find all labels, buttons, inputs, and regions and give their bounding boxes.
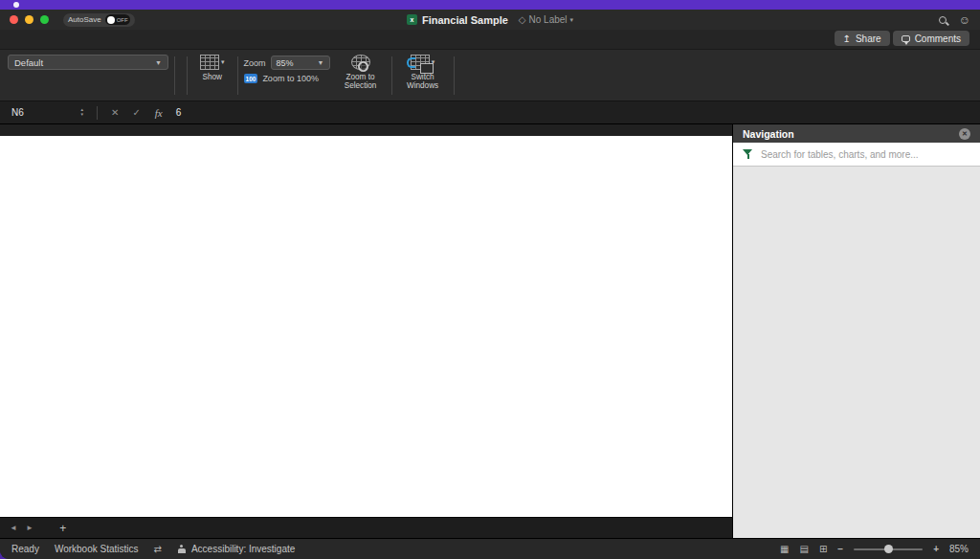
accessibility-person-icon <box>177 545 187 554</box>
autosave-toggle[interactable]: AutoSave OFF <box>63 13 135 27</box>
enter-icon[interactable]: ✓ <box>132 107 140 118</box>
zoom-out-button[interactable]: − <box>837 544 843 554</box>
close-window-button[interactable] <box>10 15 18 24</box>
name-box-stepper[interactable]: ▲▼ <box>80 108 84 117</box>
navigation-search[interactable] <box>733 143 980 167</box>
autosave-switch: OFF <box>105 14 130 25</box>
zoom-combo[interactable]: 85% ▼ <box>271 56 330 70</box>
table-rows <box>0 145 732 517</box>
zoom-to-selection-button[interactable]: Zoom to Selection <box>336 53 386 99</box>
zoom-selection-label: Zoom to Selection <box>339 73 383 90</box>
share-icon: ↥ <box>843 34 851 44</box>
insert-function-icon[interactable]: fx <box>155 107 163 119</box>
prev-sheet-icon[interactable]: ◄ <box>10 524 17 532</box>
share-button[interactable]: ↥ Share <box>835 31 890 46</box>
navigation-tree <box>733 167 980 538</box>
normal-view-icon[interactable]: ▦ <box>780 544 789 554</box>
zoom-group: Zoom 85% ▼ 100 Zoom to 100% <box>244 53 330 99</box>
add-sheet-button[interactable]: + <box>43 518 83 538</box>
minimize-window-button[interactable] <box>25 15 33 24</box>
zoom-label: Zoom <box>244 58 266 68</box>
status-bar: Ready Workbook Statistics ⇄ Accessibilit… <box>0 538 980 559</box>
name-box[interactable]: N6 ▲▼ <box>6 107 90 118</box>
tag-icon: ◇ <box>519 14 526 25</box>
share-label: Share <box>856 34 881 44</box>
workbook-statistics-button[interactable]: Workbook Statistics <box>55 544 139 554</box>
accessibility-status[interactable]: Accessibility: Investigate <box>177 544 295 554</box>
show-label: Show <box>203 73 222 81</box>
zoom-percent[interactable]: 85% <box>949 544 969 554</box>
apple-icon[interactable] <box>13 2 19 8</box>
navigation-title: Navigation <box>743 128 794 140</box>
sheet-view-value: Default <box>14 57 43 68</box>
autosave-state: OFF <box>117 17 128 23</box>
excel-doc-icon: x <box>407 14 417 25</box>
switch-windows-button[interactable]: ▾ Switch Windows <box>398 53 448 99</box>
sensitivity-label-text: No Label <box>529 14 568 25</box>
ribbon-view-tab-content: Default ▼ ▾ Show Zoom 85% ▼ 100 Zoom to … <box>0 50 980 101</box>
zoom-window-button[interactable] <box>40 15 49 24</box>
search-icon[interactable] <box>939 16 947 24</box>
page-break-view-icon[interactable]: ⊞ <box>819 544 827 554</box>
zoom-slider[interactable] <box>854 548 923 550</box>
navigation-pane: Navigation ✕ <box>732 124 980 538</box>
switch-windows-icon <box>411 55 430 70</box>
accessibility-label: Accessibility: Investigate <box>191 544 295 554</box>
toggle-knob <box>107 16 115 24</box>
sheet-direction-icon[interactable]: ⇄ <box>154 544 162 554</box>
show-button[interactable]: ▾ Show <box>193 53 232 99</box>
next-sheet-icon[interactable]: ► <box>26 524 33 532</box>
sheet-view-combo[interactable]: Default ▼ <box>8 55 168 70</box>
column-headers <box>0 124 732 136</box>
switch-windows-label: Switch Windows <box>401 73 445 90</box>
formula-input[interactable]: 6 <box>176 107 182 118</box>
excel-window: AutoSave OFF x Financial Sample ◇ No Lab… <box>0 0 980 559</box>
status-ready: Ready <box>11 544 39 554</box>
autosave-label: AutoSave <box>68 15 101 24</box>
macos-menu-bar <box>0 0 980 10</box>
cancel-icon[interactable]: ✕ <box>111 107 119 118</box>
document-title-group: x Financial Sample ◇ No Label ▾ <box>0 14 980 26</box>
chevron-down-icon: ▼ <box>318 59 324 66</box>
ribbon-tab-bar: ↥ Share Comments <box>0 30 980 50</box>
sensitivity-label[interactable]: ◇ No Label ▾ <box>519 14 573 25</box>
zoom-100-label: Zoom to 100% <box>262 74 319 83</box>
comment-icon <box>902 35 910 42</box>
page-layout-view-icon[interactable]: ▤ <box>799 544 808 554</box>
title-bar: AutoSave OFF x Financial Sample ◇ No Lab… <box>0 10 980 30</box>
spreadsheet-grid <box>0 124 732 517</box>
document-title: Financial Sample <box>422 14 508 26</box>
zoom-in-button[interactable]: + <box>933 544 939 554</box>
comments-button[interactable]: Comments <box>893 31 969 46</box>
sheet-view-group: Default ▼ <box>8 53 168 99</box>
feedback-smiley-icon[interactable]: ☺ <box>959 14 970 26</box>
zoom-selection-icon <box>351 55 370 70</box>
sheet-tab-bar: ◄ ► + <box>0 517 732 538</box>
formula-bar: N6 ▲▼ ✕ ✓ fx 6 <box>0 101 980 124</box>
table-header-row <box>0 136 732 145</box>
zoom-value: 85% <box>277 58 294 68</box>
chevron-down-icon: ▾ <box>570 16 574 24</box>
zoom-100-icon: 100 <box>244 74 258 83</box>
close-icon[interactable]: ✕ <box>959 128 970 140</box>
cell-reference: N6 <box>11 107 24 118</box>
comments-label: Comments <box>915 34 961 44</box>
navigation-search-input[interactable] <box>761 149 970 160</box>
show-icon <box>200 55 219 70</box>
zoom-to-100-button[interactable]: 100 Zoom to 100% <box>244 74 330 83</box>
funnel-icon <box>743 148 753 160</box>
zoom-slider-knob[interactable] <box>884 545 893 553</box>
chevron-down-icon: ▼ <box>155 59 162 66</box>
